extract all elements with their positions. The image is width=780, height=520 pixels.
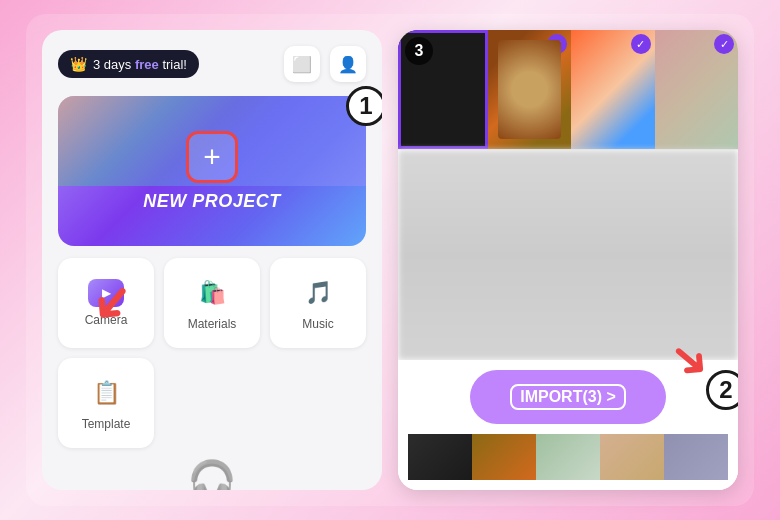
photos-top-row: 3 ✓ ✓ ✓ (398, 30, 738, 150)
screen-icon: ⬜ (292, 55, 312, 74)
music-icon: 🎵 (300, 275, 336, 311)
photo-thumb-4[interactable]: ✓ (655, 30, 739, 149)
music-card[interactable]: 🎵 Music (270, 258, 366, 348)
new-project-card[interactable]: + NEW PROJECT (58, 96, 366, 246)
materials-icon: 🛍️ (194, 275, 230, 311)
plus-icon: + (203, 142, 221, 172)
template-card[interactable]: 📋 Template (58, 358, 154, 448)
template-label: Template (82, 417, 131, 431)
plus-box: + (186, 131, 238, 183)
step2-badge: 2 (706, 370, 738, 410)
profile-icon-btn[interactable]: 👤 (330, 46, 366, 82)
earbuds-area: 🎧 (58, 458, 366, 490)
check-icon-3: ✓ (631, 34, 651, 54)
photo-thumb-1[interactable]: 3 (398, 30, 488, 149)
profile-icon: 👤 (338, 55, 358, 74)
blurred-content-area (398, 150, 738, 360)
template-icon: 📋 (88, 375, 124, 411)
right-panel: 3 ✓ ✓ ✓ ➜ 2 IMPORT(3) > (398, 30, 738, 490)
header-icons: ⬜ 👤 (284, 46, 366, 82)
earbuds-icon: 🎧 (187, 458, 237, 490)
photo-thumb-2[interactable]: ✓ (488, 30, 572, 149)
new-project-label: NEW PROJECT (143, 191, 281, 212)
import-button[interactable]: IMPORT(3) > (470, 370, 666, 424)
strip-photo-1[interactable] (408, 434, 472, 480)
strip-photo-4[interactable] (600, 434, 664, 480)
check-icon-2: ✓ (547, 34, 567, 54)
trial-badge[interactable]: 👑 3 days free trial! (58, 50, 199, 78)
materials-card[interactable]: 🛍️ Materials (164, 258, 260, 348)
trial-text: 3 days free trial! (93, 57, 187, 72)
main-container: 👑 3 days free trial! ⬜ 👤 1 + NEW PROJECT… (26, 14, 754, 506)
free-label: free (135, 57, 159, 72)
photo-thumb-3[interactable]: ✓ (571, 30, 655, 149)
strip-photo-5[interactable] (664, 434, 728, 480)
materials-label: Materials (188, 317, 237, 331)
import-button-label: IMPORT(3) > (510, 384, 626, 410)
check-icon-4: ✓ (714, 34, 734, 54)
step1-badge: 1 (346, 86, 382, 126)
crown-icon: 👑 (70, 56, 87, 72)
header-row: 👑 3 days free trial! ⬜ 👤 (58, 46, 366, 82)
strip-photo-3[interactable] (536, 434, 600, 480)
screen-icon-btn[interactable]: ⬜ (284, 46, 320, 82)
photos-bottom-strip (408, 434, 728, 480)
photo-count-badge: 3 (405, 37, 433, 65)
template-row: 📋 Template (58, 358, 366, 448)
left-panel: 👑 3 days free trial! ⬜ 👤 1 + NEW PROJECT… (42, 30, 382, 490)
music-label: Music (302, 317, 333, 331)
strip-photo-2[interactable] (472, 434, 536, 480)
